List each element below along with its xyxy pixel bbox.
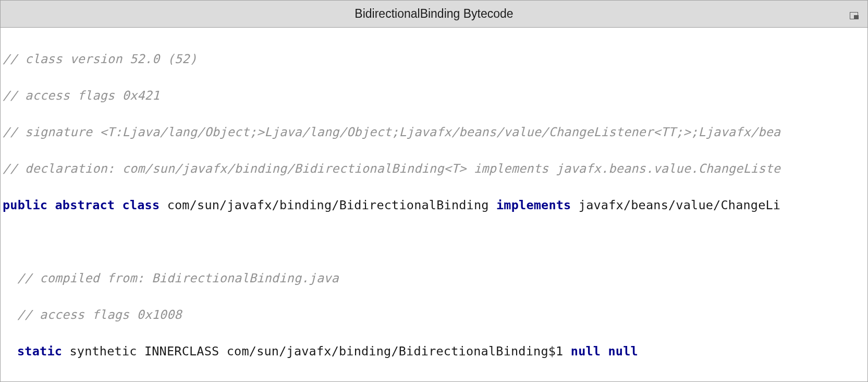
window-header: BidirectionalBinding Bytecode [1, 1, 867, 28]
code-keyword: public abstract class [3, 198, 160, 212]
code-comment: // class version 52.0 (52) [3, 52, 197, 66]
window-title: BidirectionalBinding Bytecode [354, 7, 513, 21]
code-comment: // signature <T:Ljava/lang/Object;>Ljava… [3, 125, 780, 139]
code-comment: // access flags 0x1008 [17, 307, 182, 322]
code-text: com/sun/javafx/binding/BidirectionalBind… [160, 198, 496, 212]
code-comment: // declaration: com/sun/javafx/binding/B… [3, 161, 780, 176]
code-keyword: static [17, 344, 62, 359]
bytecode-viewer: // class version 52.0 (52) // access fla… [1, 28, 867, 382]
code-comment: // compiled from: BidirectionalBinding.j… [17, 271, 339, 285]
code-text: javafx/beans/value/ChangeLi [571, 198, 780, 212]
restore-window-icon[interactable] [848, 9, 858, 19]
code-text: synthetic INNERCLASS com/sun/javafx/bind… [62, 344, 571, 359]
code-keyword: implements [496, 198, 571, 212]
code-comment: // access flags 0x421 [3, 88, 160, 103]
code-keyword: null null [571, 344, 638, 359]
